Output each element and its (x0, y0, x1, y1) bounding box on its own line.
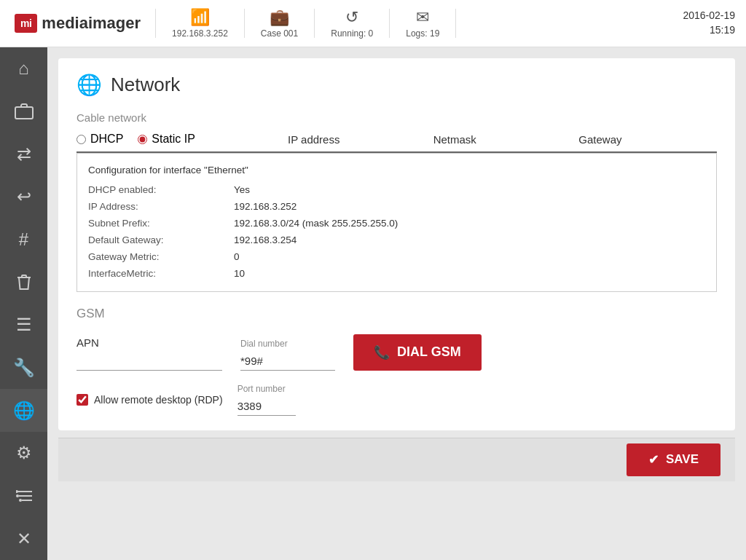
ip-label: 192.168.3.252 (172, 28, 228, 39)
running-icon: ↺ (345, 8, 358, 27)
checkmark-icon: ✔ (648, 452, 659, 468)
config-val-1: 192.168.3.252 (234, 199, 297, 216)
date-value: 2016-02-19 (683, 9, 735, 23)
config-val-5: 10 (234, 266, 245, 283)
dial-number-input[interactable] (240, 352, 335, 371)
logs-icon: ✉ (416, 8, 429, 27)
config-key-2: Subnet Prefix: (88, 216, 234, 232)
rdp-label-text: Allow remote desktop (RDP) (94, 394, 223, 406)
logo-box: mi (15, 14, 37, 33)
config-box: Configuration for interface "Ethernet" D… (76, 153, 717, 292)
content-area: 🌐 Network Cable network DHCP Static IP (47, 47, 746, 560)
bottom-bar: ✔ SAVE (58, 438, 735, 481)
page-title: 🌐 Network (76, 73, 717, 97)
col-ip-header: IP address (280, 133, 426, 146)
signal-icon: 📶 (190, 8, 210, 27)
config-title: Configuration for interface "Ethernet" (88, 162, 705, 179)
running-label: Running: 0 (331, 28, 373, 39)
time-value: 15:19 (683, 23, 735, 38)
main-card: 🌐 Network Cable network DHCP Static IP (58, 58, 735, 430)
apn-input[interactable] (76, 352, 222, 371)
topbar-ip: 📶 192.168.3.252 (156, 0, 244, 47)
sidebar-item-home[interactable]: ⌂ (0, 47, 47, 90)
sidebar-item-gear[interactable]: ⚙ (0, 432, 47, 475)
sidebar-item-trash[interactable] (0, 261, 47, 304)
rdp-checkbox[interactable] (76, 394, 88, 406)
topbar-datetime: 2016-02-19 15:19 (683, 9, 746, 37)
case-label: Case 001 (261, 28, 298, 39)
config-row-4: Gateway Metric: 0 (88, 249, 705, 266)
dial-gsm-label: DIAL GSM (397, 344, 461, 360)
sidebar-item-globe[interactable]: 🌐 (0, 389, 47, 432)
config-val-3: 192.168.3.254 (234, 232, 297, 249)
topbar-logs: ✉ Logs: 19 (390, 0, 455, 47)
sidebar: ⌂ ⇄ ↩ # ☰ 🔧 🌐 ⚙ (0, 47, 47, 560)
datetime-display: 2016-02-19 15:19 (683, 9, 735, 37)
apn-label: APN (76, 336, 222, 349)
divider-5 (455, 9, 456, 38)
port-number-label: Port number (237, 384, 296, 394)
topbar: mi mediaimager 📶 192.168.3.252 💼 Case 00… (0, 0, 746, 47)
dial-gsm-button[interactable]: 📞 DIAL GSM (353, 334, 482, 371)
svg-point-4 (16, 490, 18, 493)
config-row-0: DHCP enabled: Yes (88, 182, 705, 199)
config-val-2: 192.168.3.0/24 (mask 255.255.255.0) (234, 216, 398, 232)
topbar-case: 💼 Case 001 (245, 0, 314, 47)
sidebar-item-undo[interactable]: ↩ (0, 176, 47, 218)
config-key-5: InterfaceMetric: (88, 266, 234, 283)
case-icon: 💼 (270, 8, 289, 27)
config-key-1: IP Address: (88, 199, 234, 216)
gsm-section-label: GSM (76, 307, 717, 321)
static-radio-label[interactable]: Static IP (138, 133, 195, 146)
sidebar-item-close[interactable]: ✕ (0, 517, 47, 560)
dhcp-radio-label[interactable]: DHCP (76, 133, 123, 146)
cable-section-label: Cable network (76, 111, 717, 124)
save-button[interactable]: ✔ SAVE (627, 443, 721, 476)
config-row-3: Default Gateway: 192.168.3.254 (88, 232, 705, 249)
logo: mi mediaimager (0, 14, 155, 33)
config-val-4: 0 (234, 249, 240, 266)
config-row-1: IP Address: 192.168.3.252 (88, 199, 705, 216)
main-layout: ⌂ ⇄ ↩ # ☰ 🔧 🌐 ⚙ (0, 47, 746, 560)
svg-point-6 (19, 499, 22, 502)
phone-icon: 📞 (374, 344, 390, 360)
col-netmask-header: Netmask (426, 133, 572, 146)
apn-group: APN (76, 336, 222, 371)
svg-rect-0 (15, 107, 33, 119)
dhcp-radio[interactable] (76, 135, 86, 144)
sidebar-item-hash[interactable]: # (0, 218, 47, 261)
topbar-running: ↺ Running: 0 (315, 0, 389, 47)
network-globe-icon: 🌐 (76, 73, 102, 97)
logs-label: Logs: 19 (406, 28, 439, 39)
static-radio[interactable] (138, 135, 147, 144)
rdp-checkbox-label[interactable]: Allow remote desktop (RDP) (76, 394, 223, 406)
config-key-0: DHCP enabled: (88, 182, 234, 199)
rdp-row: Allow remote desktop (RDP) Port number (76, 384, 717, 416)
config-val-0: Yes (234, 182, 250, 199)
dial-number-group: Dial number (240, 339, 335, 371)
config-key-4: Gateway Metric: (88, 249, 234, 266)
page-title-text: Network (111, 74, 180, 96)
save-label: SAVE (666, 452, 699, 467)
gsm-section: GSM APN Dial number 📞 DIA (76, 307, 717, 416)
config-row-5: InterfaceMetric: 10 (88, 266, 705, 283)
sidebar-item-list[interactable]: ☰ (0, 304, 47, 347)
port-input[interactable] (237, 397, 296, 416)
dial-number-label: Dial number (240, 339, 335, 349)
svg-point-5 (16, 494, 19, 497)
config-row-2: Subnet Prefix: 192.168.3.0/24 (mask 255.… (88, 216, 705, 232)
port-group: Port number (237, 384, 296, 416)
config-key-3: Default Gateway: (88, 232, 234, 249)
sidebar-item-cases[interactable] (0, 90, 47, 133)
sidebar-item-lines[interactable] (0, 475, 47, 518)
col-gateway-header: Gateway (571, 133, 717, 146)
logo-text: mediaimager (42, 14, 141, 33)
sidebar-item-shuffle[interactable]: ⇄ (0, 133, 47, 176)
sidebar-item-wrench[interactable]: 🔧 (0, 347, 47, 390)
